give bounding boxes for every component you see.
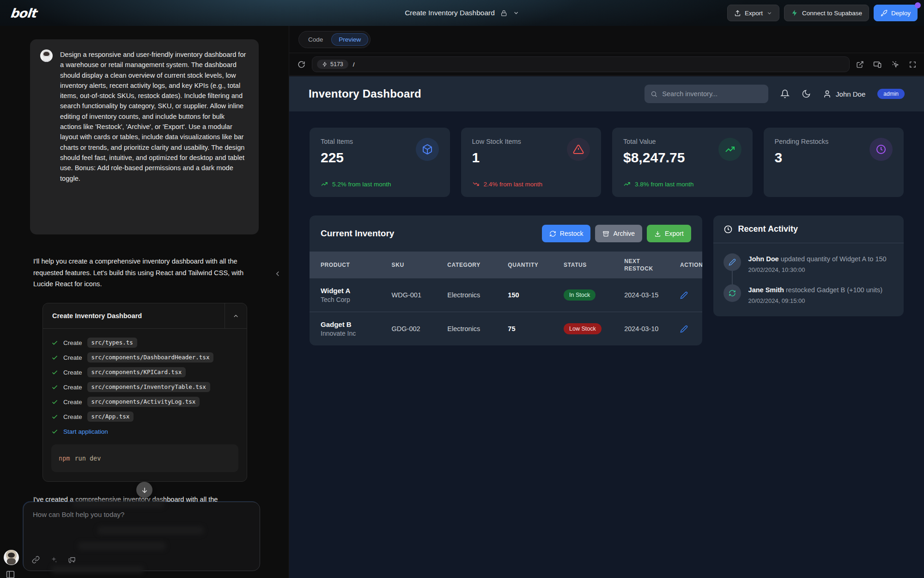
chevron-down-icon[interactable] bbox=[513, 10, 519, 16]
refresh-icon bbox=[723, 284, 741, 302]
step-file-chip[interactable]: src/components/DashboardHeader.tsx bbox=[87, 352, 214, 363]
collapse-chat-button[interactable] bbox=[274, 270, 282, 278]
artifact-header: Create Inventory Dashboard bbox=[43, 303, 247, 329]
sidebar-toggle-icon[interactable] bbox=[6, 570, 15, 578]
activity-user: Jane Smith bbox=[748, 286, 784, 294]
alert-triangle-icon bbox=[567, 138, 590, 161]
user-avatar bbox=[40, 49, 53, 62]
user-menu[interactable]: John Doe bbox=[823, 90, 865, 98]
user-icon bbox=[823, 90, 832, 98]
product-name: Gadget B bbox=[321, 320, 381, 328]
kpi-change: 3.8% from last month bbox=[623, 180, 694, 188]
dark-mode-toggle-icon[interactable] bbox=[802, 89, 811, 98]
step-file-chip[interactable]: src/components/InventoryTable.tsx bbox=[87, 382, 210, 392]
step-action: Create bbox=[63, 399, 82, 406]
restock-button[interactable]: Restock bbox=[542, 225, 591, 242]
start-application-link[interactable]: Start application bbox=[63, 428, 108, 435]
artifact-card: Create Inventory Dashboard Create src/ty… bbox=[43, 303, 247, 482]
redacted-blur bbox=[72, 500, 164, 508]
sku-cell: GDG-002 bbox=[381, 312, 437, 346]
col-actions: Actions bbox=[669, 252, 702, 278]
user-name: John Doe bbox=[836, 90, 865, 98]
artifact-title: Create Inventory Dashboard bbox=[43, 303, 225, 328]
trending-up-icon bbox=[718, 138, 742, 161]
activity-item: Jane Smith restocked Gadget B (+100 unit… bbox=[723, 284, 894, 304]
tab-code[interactable]: Code bbox=[301, 33, 330, 46]
package-icon bbox=[416, 138, 439, 161]
inspector-cursor-icon[interactable] bbox=[891, 60, 900, 68]
inventory-search-input[interactable] bbox=[662, 90, 762, 98]
project-title-group[interactable]: Create Inventory Dashboard bbox=[405, 0, 519, 26]
step-file-chip[interactable]: src/types.ts bbox=[87, 338, 137, 348]
kpi-change: 2.4% from last month bbox=[472, 180, 543, 188]
step-file-chip[interactable]: src/App.tsx bbox=[87, 412, 134, 422]
responsive-devices-icon[interactable] bbox=[873, 60, 882, 69]
dashboard-header: Inventory Dashboard John Doe admin bbox=[289, 76, 924, 111]
user-prompt-text: Design a responsive and user-friendly in… bbox=[60, 49, 248, 224]
artifact-step: Create src/App.tsx bbox=[51, 409, 238, 424]
open-external-icon[interactable] bbox=[856, 61, 864, 68]
role-badge: admin bbox=[877, 89, 905, 99]
clock-icon bbox=[869, 138, 893, 161]
status-badge: Low Stock bbox=[564, 323, 602, 334]
check-icon bbox=[51, 339, 58, 346]
table-row: Widget A Tech Corp WDG-001 Electronics 1… bbox=[310, 278, 702, 312]
inventory-search[interactable] bbox=[644, 85, 768, 103]
reload-icon[interactable] bbox=[298, 61, 305, 68]
table-header-row: Product SKU Category Quantity Status Nex… bbox=[310, 252, 702, 278]
step-file-chip[interactable]: src/components/KPICard.tsx bbox=[87, 367, 186, 377]
kpi-card-total-value: Total Value $8,247.75 3.8% from last mon… bbox=[612, 128, 753, 197]
trending-up-icon bbox=[321, 180, 328, 188]
artifact-step: Create src/components/InventoryTable.tsx bbox=[51, 380, 238, 394]
col-sku: SKU bbox=[381, 252, 437, 278]
product-name: Widget A bbox=[321, 287, 381, 295]
check-icon bbox=[51, 399, 58, 406]
next-restock-cell: 2024-03-15 bbox=[613, 278, 669, 312]
sparkles-icon[interactable] bbox=[50, 556, 58, 564]
kpi-row: Total Items 225 5.2% from last month Low… bbox=[310, 128, 904, 197]
chat-input-field[interactable] bbox=[33, 510, 250, 518]
port-chip[interactable]: 5173 bbox=[317, 60, 348, 69]
supabase-bolt-icon bbox=[791, 9, 798, 17]
fullscreen-icon[interactable] bbox=[909, 61, 917, 68]
bolt-logo[interactable]: bolt bbox=[9, 6, 36, 20]
step-file-chip[interactable]: src/components/ActivityLog.tsx bbox=[87, 397, 200, 407]
command-name: npm bbox=[59, 455, 70, 462]
search-icon bbox=[650, 90, 657, 98]
category-cell: Electronics bbox=[436, 312, 497, 346]
chevron-left-icon bbox=[274, 270, 282, 278]
activity-item: John Doe updated quantity of Widget A to… bbox=[723, 253, 894, 273]
quantity-cell[interactable]: 150 bbox=[497, 278, 553, 312]
chat-mode-icon[interactable] bbox=[68, 556, 76, 564]
refresh-icon bbox=[549, 230, 556, 237]
command-args: run dev bbox=[74, 455, 101, 462]
account-avatar[interactable] bbox=[4, 550, 19, 565]
deploy-label: Deploy bbox=[891, 10, 911, 17]
edit-pencil-icon[interactable] bbox=[680, 291, 702, 299]
tab-preview[interactable]: Preview bbox=[331, 33, 368, 46]
edit-pencil-icon[interactable] bbox=[680, 325, 702, 333]
table-row: Gadget B Innovate Inc GDG-002 Electronic… bbox=[310, 312, 702, 346]
deploy-button[interactable]: Deploy bbox=[874, 5, 918, 21]
chat-panel: Design a responsive and user-friendly in… bbox=[0, 26, 289, 578]
col-next-restock: Next Restock bbox=[613, 252, 669, 278]
chat-input-card[interactable] bbox=[23, 502, 260, 571]
collapse-artifact-button[interactable] bbox=[225, 303, 247, 328]
product-supplier: Tech Corp bbox=[321, 296, 381, 303]
category-cell: Electronics bbox=[436, 278, 497, 312]
quantity-cell[interactable]: 75 bbox=[497, 312, 553, 346]
assistant-intro-text: I'll help you create a comprehensive inv… bbox=[33, 256, 256, 290]
url-bar[interactable]: 5173 / bbox=[312, 56, 850, 72]
archive-button[interactable]: Archive bbox=[595, 225, 642, 242]
chevron-down-icon bbox=[766, 10, 772, 16]
connect-supabase-button[interactable]: Connect to Supabase bbox=[784, 5, 869, 21]
notifications-bell-icon[interactable] bbox=[780, 89, 790, 98]
kpi-card-low-stock: Low Stock Items 1 2.4% from last month bbox=[461, 128, 602, 197]
col-status: Status bbox=[553, 252, 613, 278]
export-csv-button[interactable]: Export bbox=[647, 225, 691, 242]
trending-down-icon bbox=[472, 180, 480, 188]
redacted-blur bbox=[51, 566, 144, 573]
export-label: Export bbox=[745, 10, 763, 17]
attach-link-icon[interactable] bbox=[32, 556, 40, 564]
export-button[interactable]: Export bbox=[727, 5, 779, 21]
